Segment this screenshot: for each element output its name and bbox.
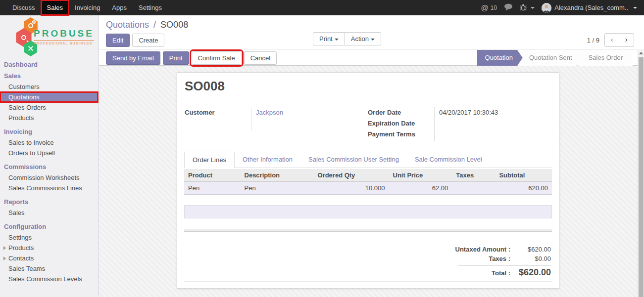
tab-order-lines[interactable]: Order Lines xyxy=(184,152,235,168)
menu-sales[interactable]: Sales xyxy=(41,0,69,15)
customer-label: Customer xyxy=(185,107,251,118)
vertical-scrollbar[interactable] xyxy=(638,49,644,297)
sidebar-item-products[interactable]: Products xyxy=(0,113,98,123)
payment-terms-label: Payment Terms xyxy=(368,129,434,140)
status-pipeline: Quotation Quotation Sent Sales Order xyxy=(477,50,633,66)
sidebar-heading-commissions[interactable]: Commissions xyxy=(0,161,98,172)
record-buttons: Edit Create xyxy=(106,34,164,47)
pager-previous-button[interactable] xyxy=(604,33,619,47)
sidebar-heading-sales[interactable]: Sales xyxy=(0,70,98,82)
table-row[interactable]: Pen Pen 10.000 62.00 620.00 xyxy=(184,182,552,195)
scroll-up-arrow-icon xyxy=(639,52,643,54)
mention-icon: @ xyxy=(481,3,489,12)
expand-arrow-icon[interactable] xyxy=(3,246,6,250)
sidebar-item-quotations[interactable]: Quotations xyxy=(0,92,98,102)
cancel-button[interactable]: Cancel xyxy=(244,51,277,65)
scroll-up-button[interactable] xyxy=(638,49,644,57)
sidebar-item-sales-to-invoice[interactable]: Sales to Invoice xyxy=(0,137,98,148)
chevron-down-icon xyxy=(633,7,637,9)
debug-menu-button[interactable] xyxy=(520,3,535,12)
tab-sales-commission-user-setting[interactable]: Sales Commission User Setting xyxy=(300,152,407,168)
col-description[interactable]: Description xyxy=(241,169,314,182)
expand-arrow-icon[interactable] xyxy=(3,256,6,260)
messages-button[interactable] xyxy=(504,3,513,12)
table-header-row: Product Description Ordered Qty Unit Pri… xyxy=(184,169,552,182)
sidebar-item-config-contacts[interactable]: Contacts xyxy=(0,253,98,263)
tab-bar: Order Lines Other Information Sales Comm… xyxy=(184,152,552,168)
dates-field-group: Order Date 04/20/2017 10:30:43 Expiratio… xyxy=(368,107,548,140)
send-by-email-button[interactable]: Send by Email xyxy=(106,51,160,65)
sidebar-item-label: Settings xyxy=(8,234,32,241)
cell-product[interactable]: Pen xyxy=(184,182,241,195)
sidebar-item-customers[interactable]: Customers xyxy=(0,82,98,92)
sidebar-item-sales-orders[interactable]: Sales Orders xyxy=(0,102,98,113)
sidebar-item-sales-commission-levels[interactable]: Sales Commission Levels xyxy=(0,274,98,284)
sidebar-item-sales-commissions-lines[interactable]: Sales Commissions Lines xyxy=(0,183,98,193)
mentions-counter[interactable]: @ 10 xyxy=(481,3,497,12)
sidebar: PROBUSE PROFESSIONAL BUSINESS Dashboard … xyxy=(0,15,99,297)
print-button[interactable]: Print xyxy=(163,51,189,65)
breadcrumb-separator: / xyxy=(153,20,156,30)
menu-invoicing[interactable]: Invoicing xyxy=(69,0,106,15)
gear-icon xyxy=(28,23,33,28)
topbar-menus: Discuss Sales Invoicing Apps Settings xyxy=(0,0,168,15)
empty-section-strip xyxy=(184,205,552,218)
col-unit-price[interactable]: Unit Price xyxy=(389,169,452,182)
edit-button[interactable]: Edit xyxy=(106,34,130,47)
taxes-label: Taxes : xyxy=(421,255,510,262)
cell-taxes[interactable] xyxy=(452,182,495,195)
cell-description[interactable]: Pen xyxy=(241,182,314,195)
gear-icon xyxy=(32,20,36,24)
menu-discuss[interactable]: Discuss xyxy=(6,0,41,15)
sidebar-heading-invoicing[interactable]: Invoicing xyxy=(0,126,98,137)
sidebar-item-config-products[interactable]: Products xyxy=(0,243,98,253)
pager-next-button[interactable] xyxy=(619,33,634,47)
state-label: Quotation Sent xyxy=(529,54,572,61)
breadcrumb-current: SO008 xyxy=(160,20,188,30)
action-dropdown-button[interactable]: Action xyxy=(345,32,381,45)
sidebar-heading-dashboard[interactable]: Dashboard xyxy=(0,59,98,70)
cell-ordered-qty[interactable]: 10.000 xyxy=(314,182,389,195)
state-quotation-sent[interactable]: Quotation Sent xyxy=(518,50,582,66)
sidebar-item-reports-sales[interactable]: Sales xyxy=(0,208,98,218)
tab-other-information[interactable]: Other Information xyxy=(235,152,300,168)
breadcrumb-quotations-link[interactable]: Quotations xyxy=(106,20,149,30)
col-taxes[interactable]: Taxes xyxy=(452,169,495,182)
col-product[interactable]: Product xyxy=(184,169,241,182)
sidebar-item-settings[interactable]: Settings xyxy=(0,232,98,243)
print-dropdown-button[interactable]: Print xyxy=(313,32,345,45)
quotation-sheet: SO008 Customer Jackpson Order Date 04/20… xyxy=(177,72,559,289)
sidebar-nav: Dashboard Sales Customers Quotations Sal… xyxy=(0,59,98,284)
sidebar-item-label: Customers xyxy=(8,83,40,90)
pager-buttons xyxy=(604,33,634,47)
sidebar-item-orders-to-upsell[interactable]: Orders to Upsell xyxy=(0,148,98,158)
state-quotation[interactable]: Quotation xyxy=(477,50,523,66)
col-ordered-qty[interactable]: Ordered Qty xyxy=(314,169,389,182)
user-menu[interactable]: Alexandra (Sales_comm.. xyxy=(542,3,637,13)
print-label: Print xyxy=(319,35,333,42)
tab-sale-commission-level[interactable]: Sale Commission Level xyxy=(407,152,490,168)
sidebar-heading-reports[interactable]: Reports xyxy=(0,196,98,208)
chevron-down-icon xyxy=(335,39,339,41)
menu-apps[interactable]: Apps xyxy=(106,0,133,15)
user-name: Alexandra (Sales_comm.. xyxy=(554,4,628,11)
customer-field-group: Customer Jackpson xyxy=(185,107,353,118)
cell-unit-price[interactable]: 62.00 xyxy=(389,182,452,195)
chevron-down-icon xyxy=(371,39,375,41)
create-button[interactable]: Create xyxy=(132,34,164,47)
sidebar-item-sales-teams[interactable]: Sales Teams xyxy=(0,263,98,274)
scrollbar-thumb[interactable] xyxy=(639,57,644,297)
sidebar-item-commission-worksheets[interactable]: Commission Worksheets xyxy=(0,172,98,183)
cell-subtotal[interactable]: 620.00 xyxy=(495,182,552,195)
customer-value-link[interactable]: Jackpson xyxy=(251,107,283,118)
state-sales-order[interactable]: Sales Order xyxy=(578,50,633,66)
menu-settings[interactable]: Settings xyxy=(133,0,168,15)
confirm-sale-button[interactable]: Confirm Sale xyxy=(192,51,242,65)
probuse-logo[interactable]: PROBUSE PROFESSIONAL BUSINESS xyxy=(0,15,98,59)
total-value: $620.00 xyxy=(510,267,551,278)
untaxed-amount-value: $620.00 xyxy=(510,246,551,253)
sidebar-item-label: Sales Orders xyxy=(8,104,46,111)
order-lines-table: Product Description Ordered Qty Unit Pri… xyxy=(184,169,552,195)
sidebar-heading-configuration[interactable]: Configuration xyxy=(0,221,98,232)
col-subtotal[interactable]: Subtotal xyxy=(495,169,552,182)
